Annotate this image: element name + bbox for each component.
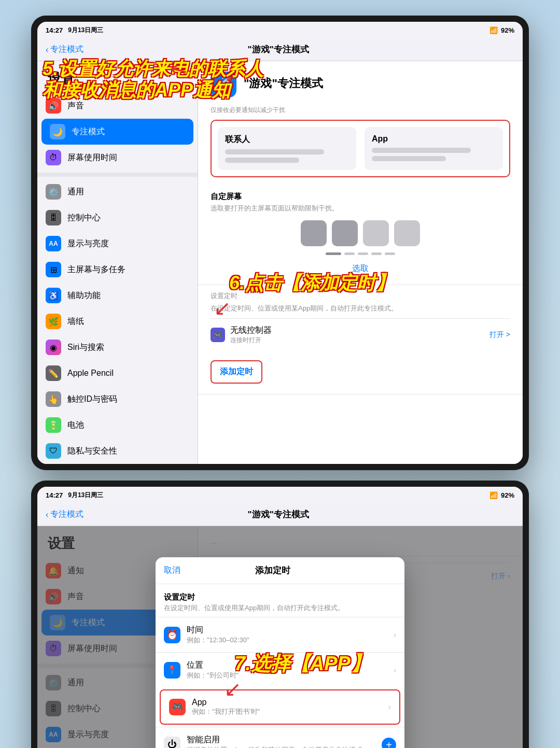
back-chevron: ‹: [46, 45, 48, 54]
location-row-chevron-2: ›: [394, 666, 396, 675]
battery-icon-1: 🔋: [46, 417, 61, 433]
privacy-icon-1: 🛡: [46, 443, 61, 459]
modal-overlay-2[interactable]: 7.选择【APP】 ↙ 取消 添加定时 设置定时 在设定: [37, 526, 523, 748]
accessibility-icon-1: ♿: [46, 288, 61, 303]
pencil-label-1: Apple Pencil: [67, 369, 114, 378]
display-icon-1: AA: [46, 236, 61, 251]
sidebar-item-screen-time-1[interactable]: ⏱ 屏幕使用时间: [37, 145, 198, 171]
screen1-wrapper: 5.设置好允许来电的联系人 和接收消息的APP通知 ↙ 6.点击【添加定时】 ↙…: [37, 22, 523, 464]
add-timer-btn-1[interactable]: 添加定时: [211, 360, 262, 384]
home-label-1: 主屏幕与多任务: [67, 264, 125, 275]
sidebar-item-accessibility-1[interactable]: ♿ 辅助功能: [37, 283, 198, 308]
sound-icon-1: 🔊: [46, 98, 61, 114]
smart-plus-btn-2[interactable]: +: [382, 738, 396, 749]
sidebar-item-display-1[interactable]: AA 显示与亮度: [37, 231, 198, 257]
wireless-sub-1: 连接时打开: [230, 336, 272, 345]
contact-app-row-1: 联系人 App: [211, 120, 510, 177]
smart-left-2: ⏻ 智能启用 根据您的位置、App 行为和其他因素，自动开启此专注模式。: [164, 735, 369, 748]
focus-header-1: 🚀 "游戏"专注模式: [198, 61, 523, 106]
nav-title-1: "游戏"专注模式: [248, 44, 309, 55]
grid-dots-1: [326, 252, 395, 255]
status-bar-1: 14:27 9月13日周三 📶 92%: [37, 22, 523, 38]
placeholder-line-1: [225, 149, 324, 154]
date-1: 9月13日周三: [68, 26, 103, 35]
modal-row-app-2[interactable]: 🎮 App 例如："我打开'图书'时" ›: [160, 689, 400, 725]
sidebar-item-wallpaper-1[interactable]: 🌿 墙纸: [37, 308, 198, 334]
time-row-content-2: 时间 例如："12:30–02:30": [187, 625, 249, 645]
sidebar-item-control-1[interactable]: 🎛 控制中心: [37, 205, 198, 231]
select-btn-1[interactable]: 选取: [211, 261, 510, 276]
battery-icon: 92%: [501, 26, 514, 34]
app-grid-preview-1: [211, 220, 510, 255]
modal-row-location-2[interactable]: 📍 位置 例如："到公司时" ›: [156, 652, 404, 687]
privacy-label-1: 隐私与安全性: [67, 446, 117, 457]
smart-title-2: 智能启用: [187, 735, 369, 745]
modal-section-header-2: 设置定时 在设定时间、位置或使用某App期间，自动打开此专注模式。: [156, 584, 404, 617]
home-icon-1: ⊞: [46, 262, 61, 277]
modal-sheet-2: 取消 添加定时 设置定时 在设定时间、位置或使用某App期间，自动打开此专注模式…: [156, 557, 404, 748]
sidebar-item-siri-1[interactable]: ◉ Siri与搜索: [37, 334, 198, 360]
screen-time-icon-1: ⏱: [46, 150, 61, 165]
siri-icon-1: ◉: [46, 340, 61, 355]
app-label-1: App: [372, 134, 496, 144]
sidebar-item-focus-1[interactable]: 🌙 专注模式: [41, 119, 193, 145]
status-icons-2: 📶 92%: [489, 491, 514, 499]
dot-4: [371, 252, 382, 255]
dot-2: [344, 252, 355, 255]
custom-screen-section-1: 自定屏幕 选取要打开的主屏幕页面以帮助限制干扰。: [198, 184, 523, 285]
timer-section-1: 设置定时 在设定定时间、位置或使用某App期间，自动打开此专注模式。 🎮 无线控…: [198, 285, 523, 394]
nav-back-1[interactable]: ‹ 专注模式: [46, 44, 83, 55]
app-row-content-2: App 例如："我打开'图书'时": [192, 698, 260, 716]
contact-card-1[interactable]: 联系人: [218, 127, 356, 170]
notifications-section-1: 仅接收必要通知以减少干扰 联系人 App: [198, 106, 523, 184]
sidebar-item-pencil-1[interactable]: ✏️ Apple Pencil: [37, 360, 198, 386]
location-row-sub-2: 例如："到公司时": [187, 671, 239, 680]
general-icon-1: ⚙️: [46, 184, 61, 200]
time-row-sub-2: 例如："12:30–02:30": [187, 636, 249, 645]
modal-cancel-btn-2[interactable]: 取消: [164, 565, 180, 576]
wallpaper-icon-1: 🌿: [46, 314, 61, 329]
sidebar-item-general-1[interactable]: ⚙️ 通用: [37, 179, 198, 205]
nav-back-2[interactable]: ‹ 专注模式: [46, 509, 83, 520]
app-card-1[interactable]: App: [365, 127, 503, 170]
wireless-text-1: 无线控制器 连接时打开: [230, 325, 272, 345]
smart-row-2: ⏻ 智能启用 根据您的位置、App 行为和其他因素，自动开启此专注模式。 +: [156, 727, 404, 748]
app-row-title-2: App: [192, 698, 260, 707]
ipad-screen-2: 14:27 9月13日周三 📶 92% ‹ 专注模式 "游戏"专注模式: [37, 487, 523, 748]
sidebar-item-touchid-1[interactable]: 👆 触控ID与密码: [37, 386, 198, 412]
sidebar-item-battery-1[interactable]: 🔋 电池: [37, 412, 198, 438]
back-chevron-2: ‹: [46, 510, 48, 519]
dot-1: [326, 252, 341, 255]
smart-icon-2: ⏻: [164, 737, 180, 749]
screen2-wrapper: 14:27 9月13日周三 📶 92% ‹ 专注模式 "游戏"专注模式: [37, 487, 523, 748]
modal-row-time-2[interactable]: ⏰ 时间 例如："12:30–02:30" ›: [156, 617, 404, 652]
time-row-chevron-2: ›: [394, 630, 396, 640]
nav-bar-2: ‹ 专注模式 "游戏"专注模式: [37, 503, 523, 526]
wireless-toggle-1[interactable]: 打开 >: [489, 330, 510, 340]
app-placeholder-1: [372, 148, 496, 161]
modal-section-title-2: 设置定时: [164, 592, 396, 602]
back-label-2[interactable]: 专注模式: [50, 509, 83, 520]
grid-cell-4: [394, 220, 420, 246]
sidebar-item-home-1[interactable]: ⊞ 主屏幕与多任务: [37, 257, 198, 283]
ipad-frame-1: 5.设置好允许来电的联系人 和接收消息的APP通知 ↙ 6.点击【添加定时】 ↙…: [31, 16, 529, 470]
screen2-content: 设置 🔔 通知 🔊 声音 🌙 专注模式 ⏱: [37, 526, 523, 748]
sidebar-item-privacy-1[interactable]: 🛡 隐私与安全性: [37, 438, 198, 464]
add-timer-area-1: 添加定时: [211, 351, 510, 388]
contacts-label-1: 联系人: [225, 134, 349, 145]
screen-time-label-1: 屏幕使用时间: [67, 152, 117, 163]
focus-rocket-icon: 🚀: [211, 72, 236, 97]
modal-row-app-left-2: 🎮 App 例如："我打开'图书'时": [169, 698, 260, 716]
modal-row-time-left-2: ⏰ 时间 例如："12:30–02:30": [164, 625, 249, 645]
sidebar-item-sound-1[interactable]: 🔊 声音: [37, 93, 198, 119]
wireless-row-1[interactable]: 🎮 无线控制器 连接时打开 打开 >: [211, 318, 510, 351]
smart-text-2: 智能启用 根据您的位置、App 行为和其他因素，自动开启此专注模式。: [187, 735, 369, 748]
pencil-icon-1: ✏️: [46, 365, 61, 381]
grid-cell-2: [332, 220, 358, 246]
general-label-1: 通用: [67, 187, 84, 197]
back-label-1[interactable]: 专注模式: [50, 44, 83, 55]
nav-title-2: "游戏"专注模式: [248, 509, 309, 520]
wifi-icon-2: 📶: [489, 491, 498, 499]
timer-desc-1: 在设定定时间、位置或使用某App期间，自动打开此专注模式。: [211, 304, 510, 313]
focus-icon-1: 🌙: [50, 124, 65, 139]
